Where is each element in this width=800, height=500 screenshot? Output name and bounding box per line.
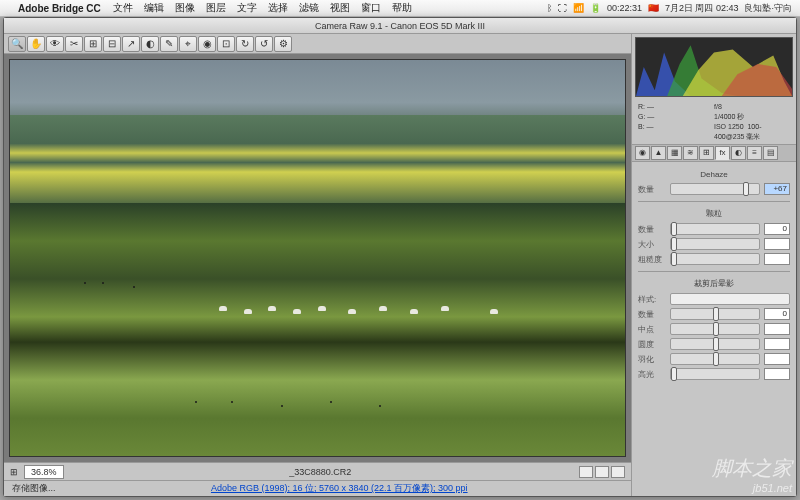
adjust-brush-tool[interactable]: ◐ [141, 36, 159, 52]
app-name: Adobe Bridge CC [18, 3, 101, 14]
tab-detail[interactable]: ▦ [667, 146, 682, 160]
section-vignette: 裁剪后晕影 [638, 278, 790, 289]
prefs-tool[interactable]: ⊡ [217, 36, 235, 52]
grain-amount-label: 数量 [638, 224, 666, 235]
menu-help[interactable]: 帮助 [392, 1, 412, 15]
vig-hl-slider[interactable] [670, 368, 760, 380]
tab-effects[interactable]: fx [715, 146, 730, 160]
rotate-cw-tool[interactable]: ↺ [255, 36, 273, 52]
fullscreen-icon[interactable]: ⛶ [558, 3, 567, 13]
filename: _33C8880.CR2 [64, 467, 577, 477]
vig-feather-value[interactable] [764, 353, 790, 365]
dehaze-amount-value[interactable]: +67 [764, 183, 790, 195]
preset-tool[interactable]: ⚙ [274, 36, 292, 52]
vig-style-label: 样式: [638, 294, 666, 305]
vig-style-select[interactable] [670, 293, 790, 305]
exif-readout: R: —f/8 G: —1/4000 秒 B: —ISO 1250 100-40… [632, 100, 796, 144]
tab-split[interactable]: ⊞ [699, 146, 714, 160]
section-grain: 颗粒 [638, 208, 790, 219]
dehaze-amount-label: 数量 [638, 184, 666, 195]
tab-presets[interactable]: ▤ [763, 146, 778, 160]
vig-round-value[interactable] [764, 338, 790, 350]
image-preview[interactable] [10, 60, 625, 456]
menu-window[interactable]: 窗口 [361, 1, 381, 15]
workflow-link[interactable]: Adobe RGB (1998); 16 位; 5760 x 3840 (22.… [211, 482, 468, 495]
straighten-tool[interactable]: ⊞ [84, 36, 102, 52]
vig-round-slider[interactable] [670, 338, 760, 350]
radial-filter-tool[interactable]: ⌖ [179, 36, 197, 52]
tab-curve[interactable]: ▲ [651, 146, 666, 160]
vig-amount-slider[interactable] [670, 308, 760, 320]
section-dehaze: Dehaze [638, 170, 790, 179]
input-icon[interactable]: 🇨🇳 [648, 3, 659, 13]
eyedropper-tool[interactable]: 👁 [46, 36, 64, 52]
toolbar: 🔍 ✋ 👁 ✂ ⊞ ⊟ ↗ ◐ ✎ ⌖ ◉ ⊡ ↻ ↺ ⚙ [4, 34, 631, 54]
grain-amount-value[interactable]: 0 [764, 223, 790, 235]
zoom-level[interactable]: 36.8% [24, 465, 64, 479]
battery-icon[interactable]: 🔋 [590, 3, 601, 13]
menu-select[interactable]: 选择 [268, 1, 288, 15]
redeye-tool[interactable]: ↗ [122, 36, 140, 52]
view-mode-icon[interactable] [595, 466, 609, 478]
user-name[interactable]: 良知塾·守向 [744, 2, 792, 15]
menu-filter[interactable]: 滤镜 [299, 1, 319, 15]
grain-size-value[interactable] [764, 238, 790, 250]
compare-icon[interactable] [579, 466, 593, 478]
wifi-icon[interactable]: 📶 [573, 3, 584, 13]
histogram[interactable] [635, 37, 793, 97]
menu-type[interactable]: 文字 [237, 1, 257, 15]
vig-mid-label: 中点 [638, 324, 666, 335]
camera-raw-window: Camera Raw 9.1 - Canon EOS 5D Mark III 🔍… [3, 17, 797, 497]
menu-view[interactable]: 视图 [330, 1, 350, 15]
grain-amount-slider[interactable] [670, 223, 760, 235]
dehaze-amount-slider[interactable] [670, 183, 760, 195]
grain-rough-value[interactable] [764, 253, 790, 265]
save-image-button[interactable]: 存储图像... [12, 482, 56, 495]
menu-edit[interactable]: 编辑 [144, 1, 164, 15]
menu-file[interactable]: 文件 [113, 1, 133, 15]
grid-icon[interactable]: ⊞ [10, 467, 18, 477]
fullscreen-preview-icon[interactable] [611, 466, 625, 478]
info-bar: 存储图像... Adobe RGB (1998); 16 位; 5760 x 3… [4, 480, 631, 496]
hand-tool[interactable]: ✋ [27, 36, 45, 52]
vig-feather-label: 羽化 [638, 354, 666, 365]
spot-tool[interactable]: ⊟ [103, 36, 121, 52]
grain-rough-label: 粗糙度 [638, 254, 666, 265]
clock-1: 00:22:31 [607, 3, 642, 13]
vig-amount-value[interactable]: 0 [764, 308, 790, 320]
vig-hl-value[interactable] [764, 368, 790, 380]
preview-footer: ⊞ 36.8% _33C8880.CR2 [4, 462, 631, 480]
menu-layer[interactable]: 图层 [206, 1, 226, 15]
tab-basic[interactable]: ◉ [635, 146, 650, 160]
tab-lens[interactable]: ◐ [731, 146, 746, 160]
vig-round-label: 圆度 [638, 339, 666, 350]
tab-hsl[interactable]: ≋ [683, 146, 698, 160]
vig-amount-label: 数量 [638, 309, 666, 320]
vig-mid-value[interactable] [764, 323, 790, 335]
menu-image[interactable]: 图像 [175, 1, 195, 15]
zoom-tool[interactable]: 🔍 [8, 36, 26, 52]
rotate-ccw-tool[interactable]: ↻ [236, 36, 254, 52]
vig-mid-slider[interactable] [670, 323, 760, 335]
grain-rough-slider[interactable] [670, 253, 760, 265]
clock-2: 7月2日 周四 02:43 [665, 2, 739, 15]
targeted-tool[interactable]: ◉ [198, 36, 216, 52]
crop-tool[interactable]: ✂ [65, 36, 83, 52]
macos-menubar: Adobe Bridge CC 文件 编辑 图像 图层 文字 选择 滤镜 视图 … [0, 0, 800, 17]
grain-size-label: 大小 [638, 239, 666, 250]
grad-filter-tool[interactable]: ✎ [160, 36, 178, 52]
vig-hl-label: 高光 [638, 369, 666, 380]
window-title: Camera Raw 9.1 - Canon EOS 5D Mark III [4, 18, 796, 34]
panel-tabs: ◉ ▲ ▦ ≋ ⊞ fx ◐ ≡ ▤ [632, 144, 796, 162]
tab-camera[interactable]: ≡ [747, 146, 762, 160]
adjustments-panel: R: —f/8 G: —1/4000 秒 B: —ISO 1250 100-40… [631, 34, 796, 496]
bluetooth-icon[interactable]: ᛒ [547, 3, 552, 13]
vig-feather-slider[interactable] [670, 353, 760, 365]
grain-size-slider[interactable] [670, 238, 760, 250]
